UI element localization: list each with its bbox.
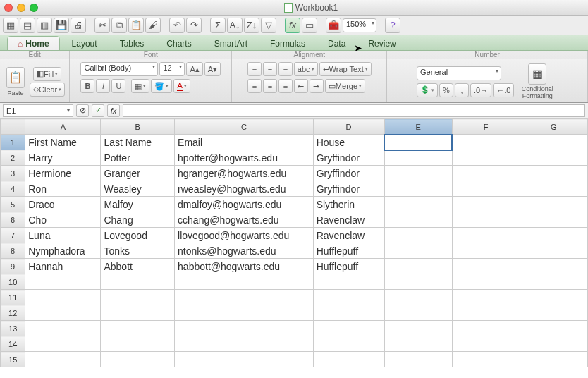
cell[interactable] bbox=[175, 290, 314, 305]
conditional-formatting-button[interactable]: ▦ Conditional Formatting bbox=[517, 63, 558, 100]
format-painter-button[interactable]: 🖌 bbox=[145, 18, 161, 33]
cell[interactable] bbox=[313, 321, 384, 336]
cell[interactable]: Ron bbox=[25, 181, 101, 197]
orientation-button[interactable]: abc▾ bbox=[294, 62, 318, 76]
cell[interactable]: Potter bbox=[101, 150, 175, 166]
cell[interactable] bbox=[452, 166, 520, 181]
cell[interactable] bbox=[313, 290, 384, 305]
cell[interactable] bbox=[520, 150, 587, 166]
cell[interactable] bbox=[452, 336, 520, 352]
cell[interactable] bbox=[384, 228, 452, 243]
cell[interactable] bbox=[384, 150, 452, 166]
cell[interactable]: Chang bbox=[101, 212, 175, 228]
decrease-indent-button[interactable]: ⇤ bbox=[294, 79, 308, 93]
cell[interactable]: Harry bbox=[25, 150, 101, 166]
sort-desc-button[interactable]: Z↓ bbox=[244, 18, 259, 33]
row-header-8[interactable]: 8 bbox=[1, 243, 25, 259]
clear-button[interactable]: ◇ Clear▾ bbox=[30, 83, 65, 97]
cell[interactable] bbox=[384, 181, 452, 197]
copy-button[interactable]: ⧉ bbox=[111, 18, 127, 33]
insert-function-button[interactable]: fx bbox=[107, 104, 120, 117]
cell[interactable]: Ravenclaw bbox=[313, 212, 384, 228]
filter-button[interactable]: ▽ bbox=[261, 18, 276, 33]
cell[interactable] bbox=[384, 243, 452, 259]
cell[interactable] bbox=[384, 212, 452, 228]
new-button[interactable]: ▦ bbox=[3, 18, 18, 33]
cell[interactable]: Nymphadora bbox=[25, 243, 101, 259]
cell[interactable] bbox=[175, 336, 314, 352]
row-header-3[interactable]: 3 bbox=[1, 166, 25, 181]
cell[interactable] bbox=[101, 274, 175, 290]
number-format-dropdown[interactable]: General bbox=[417, 66, 501, 80]
column-header-D[interactable]: D bbox=[313, 119, 384, 135]
align-center-button[interactable]: ≡ bbox=[263, 79, 277, 93]
spreadsheet-grid-wrap[interactable]: ABCDEFG 1First NameLast NameEmailHouse2H… bbox=[0, 118, 588, 378]
cell[interactable] bbox=[384, 321, 452, 336]
decrease-decimal-button[interactable]: ←.0 bbox=[493, 83, 514, 97]
template-button[interactable]: ▥ bbox=[37, 18, 52, 33]
save-button[interactable]: 💾 bbox=[54, 18, 69, 33]
row-header-11[interactable]: 11 bbox=[1, 290, 25, 305]
close-window-button[interactable] bbox=[4, 4, 13, 12]
cell[interactable] bbox=[520, 166, 587, 181]
cell[interactable]: Abbott bbox=[101, 259, 175, 274]
cell[interactable] bbox=[313, 336, 384, 352]
cell[interactable] bbox=[384, 305, 452, 321]
cell[interactable] bbox=[520, 212, 587, 228]
cell[interactable]: cchang@hogwarts.edu bbox=[175, 212, 314, 228]
cell[interactable] bbox=[25, 305, 101, 321]
cell[interactable]: rweasley@hogwarts.edu bbox=[175, 181, 314, 197]
cell[interactable] bbox=[25, 352, 101, 367]
borders-button[interactable]: ▦▾ bbox=[131, 79, 149, 93]
cell[interactable]: Gryffindor bbox=[313, 181, 384, 197]
cell[interactable] bbox=[452, 321, 520, 336]
cell[interactable] bbox=[452, 181, 520, 197]
cell[interactable] bbox=[101, 336, 175, 352]
zoom-window-button[interactable] bbox=[30, 4, 38, 12]
cell[interactable]: hpotter@hogwarts.edu bbox=[175, 150, 314, 166]
increase-decimal-button[interactable]: .0→ bbox=[470, 83, 491, 97]
cell[interactable] bbox=[452, 197, 520, 212]
bold-button[interactable]: B bbox=[80, 79, 94, 93]
cell[interactable]: Email bbox=[175, 135, 314, 150]
tab-data[interactable]: Data bbox=[317, 36, 356, 50]
cell[interactable] bbox=[101, 305, 175, 321]
cell[interactable] bbox=[520, 197, 587, 212]
cell[interactable] bbox=[520, 290, 587, 305]
cell[interactable] bbox=[384, 352, 452, 367]
cell[interactable] bbox=[452, 212, 520, 228]
cell[interactable] bbox=[452, 259, 520, 274]
column-header-F[interactable]: F bbox=[452, 119, 520, 135]
cell[interactable] bbox=[520, 181, 587, 197]
cell[interactable] bbox=[384, 336, 452, 352]
cell[interactable] bbox=[175, 305, 314, 321]
tab-charts[interactable]: Charts bbox=[156, 36, 202, 50]
tab-home[interactable]: Home bbox=[7, 36, 60, 50]
toolbox-button[interactable]: 🧰 bbox=[326, 18, 341, 33]
cell[interactable] bbox=[452, 135, 520, 150]
cell[interactable] bbox=[452, 352, 520, 367]
row-header-10[interactable]: 10 bbox=[1, 274, 25, 290]
italic-button[interactable]: I bbox=[96, 79, 110, 93]
cell[interactable]: Hermione bbox=[25, 166, 101, 181]
cell[interactable] bbox=[452, 150, 520, 166]
row-header-4[interactable]: 4 bbox=[1, 181, 25, 197]
wrap-text-button[interactable]: ↩ Wrap Text▾ bbox=[319, 62, 372, 76]
tab-tables[interactable]: Tables bbox=[109, 36, 155, 50]
cell[interactable]: ntonks@hogwarts.edu bbox=[175, 243, 314, 259]
cell[interactable] bbox=[384, 166, 452, 181]
zoom-dropdown[interactable]: 150% bbox=[343, 18, 376, 32]
row-header-7[interactable]: 7 bbox=[1, 228, 25, 243]
redo-button[interactable]: ↷ bbox=[186, 18, 202, 33]
cell[interactable] bbox=[520, 305, 587, 321]
confirm-formula-button[interactable]: ✓ bbox=[92, 104, 104, 117]
column-header-A[interactable]: A bbox=[25, 119, 101, 135]
paste-toolbar-button[interactable]: 📋 bbox=[128, 18, 144, 33]
open-button[interactable]: ▤ bbox=[20, 18, 35, 33]
cell[interactable] bbox=[520, 259, 587, 274]
fill-color-button[interactable]: 🪣▾ bbox=[151, 79, 172, 93]
cell[interactable]: Draco bbox=[25, 197, 101, 212]
minimize-window-button[interactable] bbox=[17, 4, 25, 12]
cell[interactable]: Tonks bbox=[101, 243, 175, 259]
cell[interactable]: Last Name bbox=[101, 135, 175, 150]
